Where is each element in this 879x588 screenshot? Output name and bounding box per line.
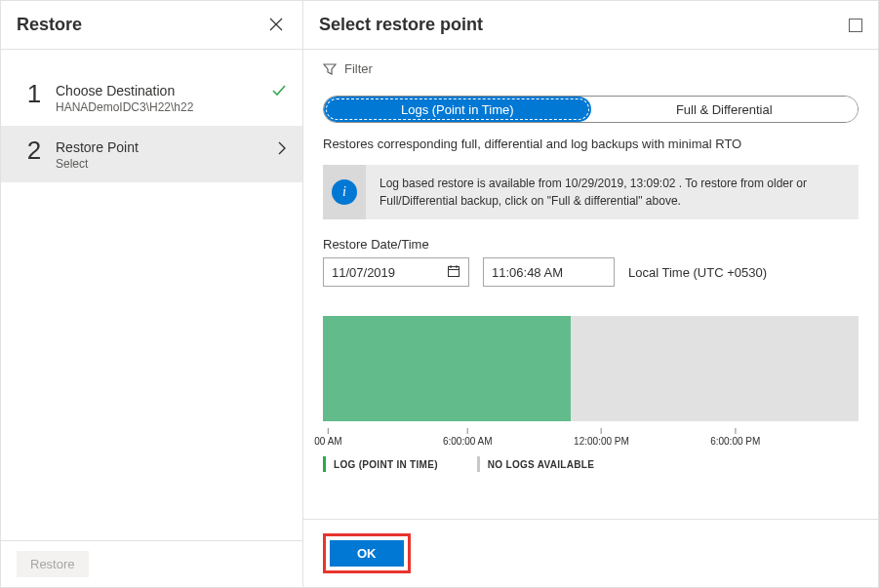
axis-tick: 6:00:00 AM [443,428,493,447]
legend-label: LOG (POINT IN TIME) [334,459,438,470]
svg-rect-0 [449,266,459,276]
left-header: Restore [1,1,302,50]
toggle-full-differential[interactable]: Full & Differential [591,97,859,122]
restore-button: Restore [17,551,89,577]
info-banner: i Log based restore is available from 10… [323,165,859,219]
app-root: Restore 1 Choose Destination HANADemoIDC… [0,0,879,588]
legend-swatch [323,456,326,472]
toggle-logs[interactable]: Logs (Point in Time) [324,97,591,122]
info-icon-wrap: i [323,165,366,219]
calendar-icon [447,264,460,281]
close-icon[interactable] [265,13,287,38]
timeline-legend: LOG (POINT IN TIME) NO LOGS AVAILABLE [323,452,859,472]
axis-tick: 12:00:00 PM [574,428,629,447]
chevron-right-icon [277,141,287,158]
date-input[interactable]: 11/07/2019 [323,257,469,287]
step-number: 2 [17,137,52,163]
timeline-available-segment [323,316,571,421]
left-footer: Restore [1,540,302,587]
step-restore-point[interactable]: 2 Restore Point Select [1,126,302,182]
step-subtitle: HANADemoIDC3\H22\h22 [56,100,287,114]
time-input[interactable]: 11:06:48 AM [483,257,615,287]
date-value: 11/07/2019 [332,265,395,280]
timeline-unavailable-segment [571,316,859,421]
right-title: Select restore point [319,15,483,35]
right-footer: OK [303,519,878,587]
filter-button[interactable]: Filter [303,50,878,88]
info-text: Log based restore is available from 10/2… [366,165,859,219]
timeline-chart: 00 AM 6:00:00 AM 12:00:00 PM 6:00:00 PM … [323,316,859,472]
checkmark-icon [271,83,287,101]
maximize-icon[interactable] [849,19,862,32]
ok-highlight: OK [323,533,411,573]
left-panel: Restore 1 Choose Destination HANADemoIDC… [1,1,303,587]
axis-tick: 6:00:00 PM [710,428,760,447]
step-title: Choose Destination [56,83,287,98]
timezone-label: Local Time (UTC +0530) [628,265,767,280]
datetime-row: 11/07/2019 11:06:48 AM Local Time (UTC +… [323,257,859,287]
ok-button[interactable]: OK [330,540,404,567]
step-title: Restore Point [56,139,287,155]
info-icon: i [332,179,357,205]
filter-label: Filter [344,61,373,76]
timeline-axis: 00 AM 6:00:00 AM 12:00:00 PM 6:00:00 PM [323,427,859,452]
right-header: Select restore point [303,1,878,50]
datetime-label: Restore Date/Time [323,237,859,252]
legend-item-logs: LOG (POINT IN TIME) [323,456,438,472]
step-subtitle: Select [56,157,287,171]
content-area: Logs (Point in Time) Full & Differential… [303,88,878,519]
restore-description: Restores corresponding full, differentia… [323,137,859,151]
legend-swatch [477,456,480,472]
axis-tick: 00 AM [314,428,341,447]
step-number: 1 [17,81,52,106]
timeline-bar[interactable] [323,316,859,421]
wizard-steps: 1 Choose Destination HANADemoIDC3\H22\h2… [1,50,302,540]
legend-label: NO LOGS AVAILABLE [488,459,594,470]
time-value: 11:06:48 AM [492,265,563,280]
legend-item-nologs: NO LOGS AVAILABLE [477,456,594,472]
right-panel: Select restore point Filter Logs (Point … [303,1,878,587]
step-choose-destination[interactable]: 1 Choose Destination HANADemoIDC3\H22\h2… [1,69,302,126]
filter-icon [323,62,337,76]
left-title: Restore [17,15,82,35]
restore-type-toggle: Logs (Point in Time) Full & Differential [323,96,859,123]
